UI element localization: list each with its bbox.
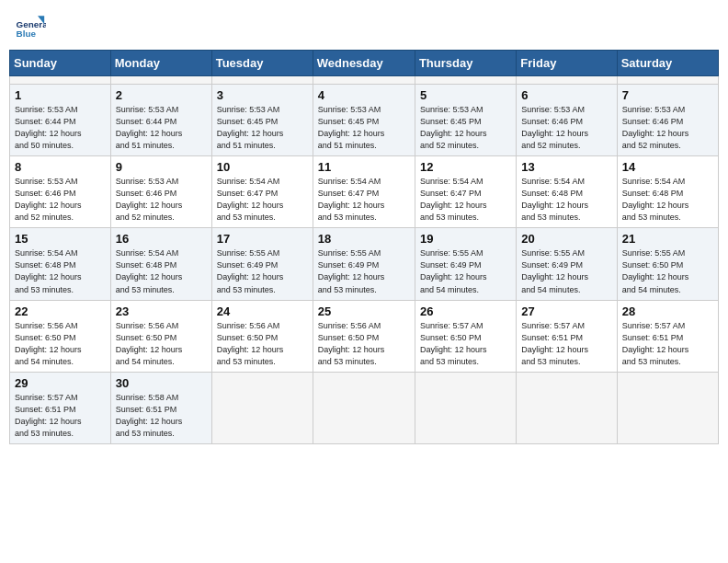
- day-number: 28: [622, 304, 713, 318]
- weekday-header-sunday: Sunday: [10, 51, 111, 76]
- day-number: 12: [420, 160, 511, 174]
- day-info: Sunrise: 5:54 AM Sunset: 6:48 PM Dayligh…: [622, 176, 713, 224]
- day-number: 29: [15, 376, 106, 390]
- day-info: Sunrise: 5:53 AM Sunset: 6:46 PM Dayligh…: [116, 176, 207, 224]
- calendar-day-cell: [211, 372, 313, 443]
- calendar-day-cell: 14Sunrise: 5:54 AM Sunset: 6:48 PM Dayli…: [617, 156, 718, 228]
- calendar-week-row: [10, 76, 719, 85]
- day-number: 6: [521, 88, 611, 102]
- day-info: Sunrise: 5:53 AM Sunset: 6:45 PM Dayligh…: [217, 104, 308, 152]
- calendar-day-cell: [517, 76, 617, 85]
- calendar-day-cell: 28Sunrise: 5:57 AM Sunset: 6:51 PM Dayli…: [617, 300, 718, 372]
- day-info: Sunrise: 5:57 AM Sunset: 6:50 PM Dayligh…: [420, 320, 511, 368]
- day-info: Sunrise: 5:56 AM Sunset: 6:50 PM Dayligh…: [318, 320, 410, 368]
- day-number: 19: [420, 232, 511, 246]
- day-info: Sunrise: 5:53 AM Sunset: 6:46 PM Dayligh…: [521, 104, 611, 152]
- day-info: Sunrise: 5:55 AM Sunset: 6:49 PM Dayligh…: [217, 247, 308, 295]
- calendar-day-cell: 11Sunrise: 5:54 AM Sunset: 6:47 PM Dayli…: [313, 156, 415, 228]
- day-info: Sunrise: 5:56 AM Sunset: 6:50 PM Dayligh…: [15, 320, 106, 368]
- day-number: 24: [217, 304, 308, 318]
- day-info: Sunrise: 5:55 AM Sunset: 6:50 PM Dayligh…: [622, 247, 713, 295]
- day-info: Sunrise: 5:58 AM Sunset: 6:51 PM Dayligh…: [116, 392, 207, 440]
- weekday-header-monday: Monday: [110, 51, 211, 76]
- calendar-day-cell: 29Sunrise: 5:57 AM Sunset: 6:51 PM Dayli…: [10, 372, 111, 443]
- calendar-day-cell: 12Sunrise: 5:54 AM Sunset: 6:47 PM Dayli…: [415, 156, 516, 228]
- day-info: Sunrise: 5:54 AM Sunset: 6:48 PM Dayligh…: [116, 247, 207, 295]
- calendar-day-cell: 4Sunrise: 5:53 AM Sunset: 6:45 PM Daylig…: [313, 85, 415, 156]
- calendar-day-cell: [415, 372, 516, 443]
- weekday-header-tuesday: Tuesday: [211, 51, 313, 76]
- day-number: 11: [318, 160, 410, 174]
- day-number: 17: [217, 232, 308, 246]
- calendar-day-cell: 27Sunrise: 5:57 AM Sunset: 6:51 PM Dayli…: [517, 300, 617, 372]
- day-info: Sunrise: 5:53 AM Sunset: 6:44 PM Dayligh…: [15, 104, 106, 152]
- day-number: 2: [116, 88, 207, 102]
- calendar-day-cell: [313, 76, 415, 85]
- weekday-header-wednesday: Wednesday: [313, 51, 415, 76]
- day-number: 20: [521, 232, 611, 246]
- calendar-day-cell: [617, 372, 718, 443]
- page-header: General Blue: [9, 9, 719, 42]
- calendar-day-cell: 24Sunrise: 5:56 AM Sunset: 6:50 PM Dayli…: [211, 300, 313, 372]
- day-info: Sunrise: 5:56 AM Sunset: 6:50 PM Dayligh…: [217, 320, 308, 368]
- day-info: Sunrise: 5:53 AM Sunset: 6:45 PM Dayligh…: [420, 104, 511, 152]
- svg-text:Blue: Blue: [17, 29, 37, 39]
- calendar-day-cell: 20Sunrise: 5:55 AM Sunset: 6:49 PM Dayli…: [517, 228, 617, 300]
- calendar-day-cell: 6Sunrise: 5:53 AM Sunset: 6:46 PM Daylig…: [517, 85, 617, 156]
- calendar-day-cell: 23Sunrise: 5:56 AM Sunset: 6:50 PM Dayli…: [110, 300, 211, 372]
- day-number: 5: [420, 88, 511, 102]
- calendar-day-cell: 1Sunrise: 5:53 AM Sunset: 6:44 PM Daylig…: [10, 85, 111, 156]
- day-info: Sunrise: 5:56 AM Sunset: 6:50 PM Dayligh…: [116, 320, 207, 368]
- day-number: 10: [217, 160, 308, 174]
- calendar-day-cell: [617, 76, 718, 85]
- day-info: Sunrise: 5:53 AM Sunset: 6:46 PM Dayligh…: [15, 176, 106, 224]
- calendar-day-cell: [10, 76, 111, 85]
- logo-icon: General Blue: [13, 9, 46, 42]
- day-number: 8: [15, 160, 106, 174]
- day-info: Sunrise: 5:55 AM Sunset: 6:49 PM Dayligh…: [420, 247, 511, 295]
- calendar-day-cell: [110, 76, 211, 85]
- weekday-header-friday: Friday: [517, 51, 617, 76]
- calendar-day-cell: 2Sunrise: 5:53 AM Sunset: 6:44 PM Daylig…: [110, 85, 211, 156]
- day-number: 21: [622, 232, 713, 246]
- calendar-day-cell: 8Sunrise: 5:53 AM Sunset: 6:46 PM Daylig…: [10, 156, 111, 228]
- calendar-week-row: 29Sunrise: 5:57 AM Sunset: 6:51 PM Dayli…: [10, 372, 719, 443]
- calendar-day-cell: 17Sunrise: 5:55 AM Sunset: 6:49 PM Dayli…: [211, 228, 313, 300]
- calendar-day-cell: 19Sunrise: 5:55 AM Sunset: 6:49 PM Dayli…: [415, 228, 516, 300]
- calendar-day-cell: [211, 76, 313, 85]
- day-number: 15: [15, 232, 106, 246]
- day-info: Sunrise: 5:54 AM Sunset: 6:48 PM Dayligh…: [15, 247, 106, 295]
- day-number: 14: [622, 160, 713, 174]
- calendar-day-cell: 5Sunrise: 5:53 AM Sunset: 6:45 PM Daylig…: [415, 85, 516, 156]
- calendar-day-cell: 9Sunrise: 5:53 AM Sunset: 6:46 PM Daylig…: [110, 156, 211, 228]
- day-number: 23: [116, 304, 207, 318]
- day-number: 30: [116, 376, 207, 390]
- day-number: 26: [420, 304, 511, 318]
- day-number: 9: [116, 160, 207, 174]
- day-number: 18: [318, 232, 410, 246]
- logo: General Blue: [13, 9, 50, 42]
- calendar-table: SundayMondayTuesdayWednesdayThursdayFrid…: [9, 50, 719, 444]
- calendar-day-cell: [517, 372, 617, 443]
- calendar-day-cell: 10Sunrise: 5:54 AM Sunset: 6:47 PM Dayli…: [211, 156, 313, 228]
- day-number: 16: [116, 232, 207, 246]
- calendar-day-cell: 26Sunrise: 5:57 AM Sunset: 6:50 PM Dayli…: [415, 300, 516, 372]
- calendar-day-cell: 3Sunrise: 5:53 AM Sunset: 6:45 PM Daylig…: [211, 85, 313, 156]
- day-info: Sunrise: 5:53 AM Sunset: 6:45 PM Dayligh…: [318, 104, 410, 152]
- day-info: Sunrise: 5:54 AM Sunset: 6:47 PM Dayligh…: [217, 176, 308, 224]
- weekday-header-thursday: Thursday: [415, 51, 516, 76]
- calendar-day-cell: 25Sunrise: 5:56 AM Sunset: 6:50 PM Dayli…: [313, 300, 415, 372]
- day-number: 13: [521, 160, 611, 174]
- calendar-week-row: 1Sunrise: 5:53 AM Sunset: 6:44 PM Daylig…: [10, 85, 719, 156]
- weekday-header-saturday: Saturday: [617, 51, 718, 76]
- day-number: 25: [318, 304, 410, 318]
- day-number: 4: [318, 88, 410, 102]
- day-info: Sunrise: 5:54 AM Sunset: 6:48 PM Dayligh…: [521, 176, 611, 224]
- day-info: Sunrise: 5:55 AM Sunset: 6:49 PM Dayligh…: [521, 247, 611, 295]
- day-info: Sunrise: 5:57 AM Sunset: 6:51 PM Dayligh…: [521, 320, 611, 368]
- calendar-day-cell: 30Sunrise: 5:58 AM Sunset: 6:51 PM Dayli…: [110, 372, 211, 443]
- day-info: Sunrise: 5:54 AM Sunset: 6:47 PM Dayligh…: [318, 176, 410, 224]
- calendar-day-cell: [415, 76, 516, 85]
- day-info: Sunrise: 5:57 AM Sunset: 6:51 PM Dayligh…: [622, 320, 713, 368]
- day-number: 22: [15, 304, 106, 318]
